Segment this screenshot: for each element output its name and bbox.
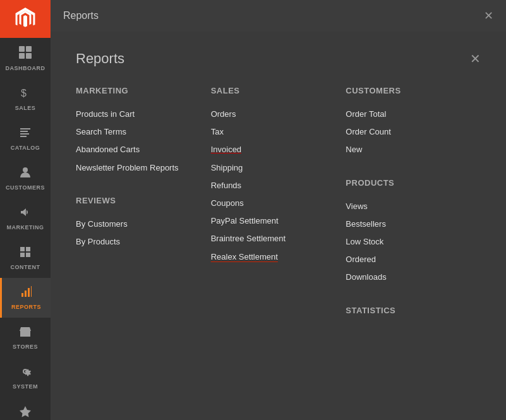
reviews-heading: Reviews bbox=[76, 196, 198, 205]
reviews-section: Reviews By Customers By Products bbox=[76, 196, 198, 251]
main-content: Reports ✕ Reports ✕ Marketing Products i… bbox=[51, 0, 506, 420]
svg-marker-20 bbox=[20, 406, 31, 417]
panel-close-button[interactable]: ✕ bbox=[470, 51, 481, 66]
sidebar-item-label: SYSTEM bbox=[13, 383, 38, 390]
link-braintree-settlement[interactable]: Braintree Settlement bbox=[211, 230, 334, 248]
sidebar-item-catalog[interactable]: CATALOG bbox=[0, 119, 51, 159]
extensions-icon bbox=[19, 405, 32, 420]
customers-icon bbox=[19, 166, 32, 182]
top-bar: Reports ✕ bbox=[51, 0, 506, 32]
svg-rect-1 bbox=[26, 46, 32, 52]
marketing-icon bbox=[19, 206, 32, 222]
sidebar-item-marketing[interactable]: MARKETING bbox=[0, 198, 51, 238]
link-orders[interactable]: Orders bbox=[211, 105, 334, 123]
sales-icon: $ bbox=[19, 87, 32, 102]
sidebar-item-label: CUSTOMERS bbox=[6, 184, 45, 191]
link-order-count[interactable]: Order Count bbox=[346, 123, 468, 141]
svg-rect-6 bbox=[20, 131, 28, 132]
svg-rect-5 bbox=[20, 128, 30, 129]
catalog-icon bbox=[19, 126, 32, 142]
sidebar-item-reports[interactable]: REPORTS bbox=[0, 278, 51, 318]
columns-container: Marketing Products in Cart Search Terms … bbox=[76, 86, 481, 325]
statistics-heading: Statistics bbox=[346, 306, 468, 315]
link-shipping[interactable]: Shipping bbox=[211, 159, 334, 177]
link-by-customers[interactable]: By Customers bbox=[76, 215, 198, 233]
svg-rect-0 bbox=[19, 46, 25, 52]
link-paypal-settlement[interactable]: PayPal Settlement bbox=[211, 212, 334, 230]
link-coupons[interactable]: Coupons bbox=[211, 195, 334, 212]
sidebar-item-label: SALES bbox=[15, 105, 36, 111]
sidebar-item-extensions[interactable] bbox=[0, 397, 51, 420]
dashboard-icon bbox=[18, 45, 32, 63]
svg-rect-12 bbox=[20, 253, 25, 257]
reports-icon bbox=[20, 285, 33, 301]
topbar-close-button[interactable]: ✕ bbox=[484, 10, 493, 21]
sidebar-item-stores[interactable]: STORES bbox=[0, 318, 51, 357]
sales-heading: Sales bbox=[211, 86, 334, 95]
panel-header: Reports ✕ bbox=[76, 51, 481, 67]
svg-rect-8 bbox=[20, 136, 27, 137]
panel-title: Reports bbox=[76, 51, 124, 67]
link-search-terms[interactable]: Search Terms bbox=[76, 123, 198, 141]
link-new-customers[interactable]: New bbox=[346, 141, 468, 159]
link-newsletter-problem-reports[interactable]: Newsletter Problem Reports bbox=[76, 159, 198, 177]
link-low-stock[interactable]: Low Stock bbox=[346, 233, 468, 251]
sidebar-logo bbox=[0, 0, 51, 38]
sidebar-item-label: CONTENT bbox=[11, 264, 40, 270]
link-refunds[interactable]: Refunds bbox=[211, 177, 334, 195]
link-views[interactable]: Views bbox=[346, 198, 468, 215]
stores-icon bbox=[19, 325, 32, 341]
dropdown-panel: Reports ✕ Marketing Products in Cart Sea… bbox=[51, 32, 506, 420]
link-realex-settlement[interactable]: Realex Settlement bbox=[211, 248, 334, 266]
link-order-total[interactable]: Order Total bbox=[346, 105, 468, 123]
svg-rect-17 bbox=[31, 286, 32, 297]
link-invoiced[interactable]: Invoiced bbox=[211, 141, 334, 159]
link-tax[interactable]: Tax bbox=[211, 123, 334, 141]
topbar-title: Reports bbox=[63, 10, 99, 21]
svg-rect-7 bbox=[20, 133, 29, 135]
svg-rect-19 bbox=[23, 333, 27, 337]
link-bestsellers[interactable]: Bestsellers bbox=[346, 215, 468, 233]
sidebar: DASHBOARD $ SALES CATALOG CUSTOME bbox=[0, 0, 51, 420]
system-icon bbox=[19, 365, 32, 381]
sidebar-item-label: CATALOG bbox=[11, 145, 40, 151]
link-downloads[interactable]: Downloads bbox=[346, 268, 468, 286]
products-section: Products Views Bestsellers Low Stock Ord… bbox=[346, 178, 468, 287]
column-customers-products: Customers Order Total Order Count New Pr… bbox=[346, 86, 481, 325]
svg-rect-2 bbox=[19, 53, 25, 59]
sidebar-item-customers[interactable]: CUSTOMERS bbox=[0, 159, 51, 198]
link-products-in-cart[interactable]: Products in Cart bbox=[76, 105, 198, 123]
products-heading: Products bbox=[346, 178, 468, 188]
sidebar-item-label: REPORTS bbox=[11, 304, 41, 310]
customers-heading: Customers bbox=[346, 86, 468, 95]
svg-rect-11 bbox=[26, 247, 30, 251]
sidebar-item-dashboard[interactable]: DASHBOARD bbox=[0, 38, 51, 79]
svg-rect-13 bbox=[26, 253, 30, 257]
sidebar-item-label: STORES bbox=[13, 344, 38, 350]
link-ordered[interactable]: Ordered bbox=[346, 251, 468, 268]
svg-rect-14 bbox=[21, 293, 23, 297]
sidebar-item-system[interactable]: SYSTEM bbox=[0, 357, 51, 397]
sidebar-item-label: MARKETING bbox=[7, 224, 44, 231]
content-icon bbox=[19, 246, 32, 261]
svg-rect-16 bbox=[28, 288, 30, 297]
sidebar-item-label: DASHBOARD bbox=[6, 65, 45, 71]
marketing-heading: Marketing bbox=[76, 86, 198, 95]
column-sales: Sales Orders Tax Invoiced Shipping Refun… bbox=[211, 86, 346, 325]
sidebar-item-sales[interactable]: $ SALES bbox=[0, 79, 51, 119]
sidebar-item-content[interactable]: CONTENT bbox=[0, 238, 51, 278]
statistics-section: Statistics bbox=[346, 306, 468, 315]
svg-rect-10 bbox=[20, 247, 25, 251]
svg-point-9 bbox=[23, 167, 28, 172]
column-marketing-reviews: Marketing Products in Cart Search Terms … bbox=[76, 86, 211, 325]
svg-rect-15 bbox=[25, 291, 27, 297]
link-abandoned-carts[interactable]: Abandoned Carts bbox=[76, 141, 198, 159]
svg-rect-3 bbox=[26, 53, 32, 59]
link-by-products[interactable]: By Products bbox=[76, 233, 198, 251]
svg-text:$: $ bbox=[21, 88, 27, 99]
